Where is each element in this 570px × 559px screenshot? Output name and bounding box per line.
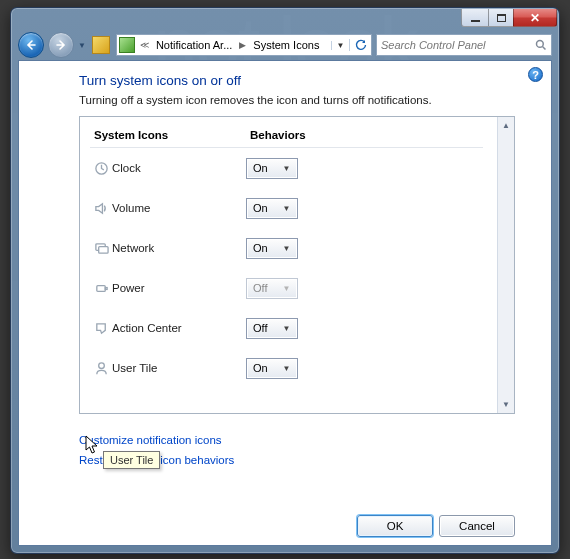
scroll-up-button[interactable]: ▲ (498, 117, 514, 134)
chevron-down-icon: ▼ (279, 279, 294, 298)
titlebar: ✕ (11, 8, 559, 30)
control-panel-window: ✕ ▼ ≪ Notification Ar... ▶ System Icons … (10, 7, 560, 554)
row-label: Clock (112, 162, 246, 174)
column-header-behaviors: Behaviors (250, 129, 483, 141)
search-placeholder: Search Control Panel (381, 39, 531, 51)
chevron-down-icon: ▼ (279, 199, 294, 218)
search-icon (535, 39, 547, 51)
clock-icon (90, 161, 112, 176)
user-tile-icon (90, 361, 112, 376)
row-label: Network (112, 242, 246, 254)
list-item: Action Center Off▼ (90, 308, 483, 348)
volume-icon (90, 201, 112, 216)
page-subtitle: Turning off a system icon removes the ic… (79, 94, 515, 106)
row-label: Volume (112, 202, 246, 214)
behavior-select-user-tile[interactable]: On▼ (246, 358, 298, 379)
behavior-select-clock[interactable]: On▼ (246, 158, 298, 179)
behavior-select-power: Off▼ (246, 278, 298, 299)
svg-rect-6 (105, 287, 107, 289)
address-bar[interactable]: ≪ Notification Ar... ▶ System Icons ▼ (116, 34, 372, 56)
scrollbar[interactable]: ▲ ▼ (497, 117, 514, 413)
refresh-button[interactable] (349, 39, 371, 51)
address-dropdown[interactable]: ▼ (331, 41, 349, 50)
refresh-icon (355, 39, 367, 51)
list-item: Network On▼ (90, 228, 483, 268)
list-item: User Tile On▼ (90, 348, 483, 388)
power-icon (90, 281, 112, 296)
behavior-select-volume[interactable]: On▼ (246, 198, 298, 219)
list-item: Power Off▼ (90, 268, 483, 308)
customize-link[interactable]: Customize notification icons (79, 434, 515, 446)
cancel-button[interactable]: Cancel (439, 515, 515, 537)
minimize-button[interactable] (461, 9, 489, 27)
ok-button[interactable]: OK (357, 515, 433, 537)
system-icons-list: System Icons Behaviors Clock On▼ Volume … (79, 116, 515, 414)
action-center-icon (90, 321, 112, 336)
svg-rect-5 (96, 285, 104, 291)
page-title: Turn system icons on or off (79, 73, 515, 88)
chevron-down-icon: ▼ (279, 239, 294, 258)
content-area: ? Turn system icons on or off Turning of… (18, 60, 552, 546)
search-input[interactable]: Search Control Panel (376, 34, 552, 56)
row-label: User Tile (112, 362, 246, 374)
behavior-select-network[interactable]: On▼ (246, 238, 298, 259)
behavior-select-action-center[interactable]: Off▼ (246, 318, 298, 339)
list-item: Clock On▼ (90, 148, 483, 188)
breadcrumb-seg-2[interactable]: System Icons (249, 35, 323, 55)
svg-line-1 (543, 47, 546, 50)
scroll-down-button[interactable]: ▼ (498, 396, 514, 413)
breadcrumb-seg-1[interactable]: Notification Ar... (152, 35, 236, 55)
svg-rect-4 (98, 246, 107, 253)
tooltip: User Tile (103, 451, 160, 469)
folder-icon (92, 36, 110, 54)
row-label: Power (112, 282, 246, 294)
control-panel-icon (119, 37, 135, 53)
help-icon[interactable]: ? (528, 67, 543, 82)
arrow-left-icon (25, 39, 37, 51)
chevron-down-icon: ▼ (279, 159, 294, 178)
address-chevron-icon[interactable]: ≪ (137, 40, 152, 50)
back-button[interactable] (18, 32, 44, 58)
chevron-right-icon: ▶ (236, 40, 249, 50)
close-button[interactable]: ✕ (513, 9, 557, 27)
chevron-down-icon: ▼ (279, 319, 294, 338)
svg-point-7 (98, 362, 104, 368)
dialog-buttons: OK Cancel (79, 507, 515, 537)
navigation-bar: ▼ ≪ Notification Ar... ▶ System Icons ▼ … (18, 30, 552, 60)
svg-point-0 (537, 41, 544, 48)
forward-button[interactable] (48, 32, 74, 58)
arrow-right-icon (55, 39, 67, 51)
chevron-down-icon: ▼ (279, 359, 294, 378)
network-icon (90, 241, 112, 256)
column-header-icons: System Icons (94, 129, 250, 141)
list-item: Volume On▼ (90, 188, 483, 228)
maximize-button[interactable] (488, 9, 514, 27)
recent-pages-dropdown[interactable]: ▼ (78, 41, 86, 50)
row-label: Action Center (112, 322, 246, 334)
